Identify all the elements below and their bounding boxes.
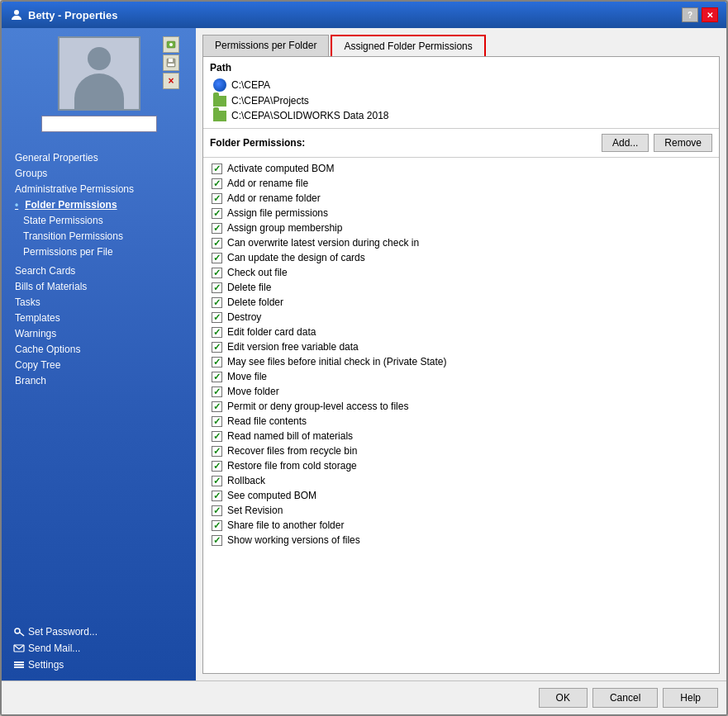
permission-label: Read file contents	[227, 415, 307, 427]
permission-item[interactable]: Activate computed BOM	[210, 161, 712, 176]
sidebar-item-copy-tree[interactable]: Copy Tree	[10, 358, 188, 372]
save-icon-button[interactable]	[163, 55, 179, 71]
sidebar-item-tasks[interactable]: Tasks	[10, 295, 188, 310]
permission-checkbox[interactable]	[212, 357, 222, 367]
sidebar-item-groups[interactable]: Groups	[10, 166, 188, 181]
permission-item[interactable]: Read named bill of materials	[210, 429, 712, 443]
help-button[interactable]: Help	[663, 688, 718, 708]
username-input[interactable]: Betty	[41, 116, 157, 132]
right-panel: Permissions per Folder Assigned Folder P…	[196, 28, 726, 680]
permission-checkbox[interactable]	[212, 342, 222, 353]
permission-checkbox[interactable]	[212, 327, 222, 338]
sidebar-item-warnings[interactable]: Warnings	[10, 326, 188, 341]
close-icon-button[interactable]: ×	[163, 73, 179, 89]
permission-checkbox[interactable]	[212, 178, 222, 189]
permission-item[interactable]: Assign group membership	[210, 220, 712, 235]
permission-item[interactable]: Can overwrite latest version during chec…	[210, 235, 712, 250]
sidebar-item-general-properties[interactable]: General Properties	[10, 150, 188, 165]
remove-button[interactable]: Remove	[654, 134, 712, 152]
permission-item[interactable]: Add or rename file	[210, 176, 712, 191]
permission-item[interactable]: Delete file	[210, 280, 712, 295]
add-button[interactable]: Add...	[602, 134, 649, 152]
folder-icon	[213, 111, 226, 121]
permission-item[interactable]: Read file contents	[210, 414, 712, 429]
permissions-list: Activate computed BOMAdd or rename fileA…	[203, 158, 719, 673]
title-bar-left: Betty - Properties	[10, 8, 117, 21]
path-item-root[interactable]: C:\CEPA	[210, 77, 712, 93]
permission-checkbox[interactable]	[212, 282, 222, 293]
permission-item[interactable]: Destroy	[210, 310, 712, 325]
permission-checkbox[interactable]	[212, 253, 222, 263]
tab-permissions-per-folder[interactable]: Permissions per Folder	[202, 35, 329, 56]
permission-item[interactable]: Share file to another folder	[210, 518, 712, 533]
permission-checkbox[interactable]	[212, 164, 222, 174]
set-password-button[interactable]: Set Password...	[10, 624, 188, 639]
permission-item[interactable]: Check out file	[210, 265, 712, 280]
sidebar-item-folder-permissions[interactable]: • Folder Permissions	[10, 197, 188, 212]
permission-checkbox[interactable]	[212, 476, 222, 486]
sidebar-item-cache-options[interactable]: Cache Options	[10, 342, 188, 357]
permission-item[interactable]: Delete folder	[210, 295, 712, 310]
permission-item[interactable]: Rollback	[210, 473, 712, 488]
permission-label: Share file to another folder	[227, 519, 344, 531]
permission-item[interactable]: Restore file from cold storage	[210, 458, 712, 473]
sidebar-item-bills-of-materials[interactable]: Bills of Materials	[10, 279, 188, 294]
permission-item[interactable]: Add or rename folder	[210, 191, 712, 206]
tabs: Permissions per Folder Assigned Folder P…	[202, 35, 720, 56]
permission-item[interactable]: Assign file permissions	[210, 206, 712, 220]
permission-checkbox[interactable]	[212, 491, 222, 501]
permission-checkbox[interactable]	[212, 193, 222, 204]
sidebar-item-permissions-per-file[interactable]: Permissions per File	[10, 244, 188, 259]
close-button[interactable]: ✕	[702, 7, 718, 22]
window-title: Betty - Properties	[28, 9, 117, 21]
main-content: × Betty General Properties Groups Admini…	[2, 28, 726, 680]
permission-item[interactable]: Move folder	[210, 384, 712, 399]
path-section: Path C:\CEPA C:\CEPA\Projects C:\CEPA\SO…	[203, 57, 719, 129]
permission-item[interactable]: May see files before initial check in (P…	[210, 354, 712, 369]
path-item-solidworks[interactable]: C:\CEPA\SOLIDWORKS Data 2018	[210, 108, 712, 123]
permission-item[interactable]: Recover files from recycle bin	[210, 443, 712, 458]
settings-button[interactable]: Settings	[10, 657, 188, 672]
permission-checkbox[interactable]	[212, 431, 222, 442]
permission-checkbox[interactable]	[212, 312, 222, 323]
permission-checkbox[interactable]	[212, 268, 222, 278]
permission-checkbox[interactable]	[212, 505, 222, 516]
send-mail-button[interactable]: Send Mail...	[10, 641, 188, 656]
main-window: Betty - Properties ? ✕	[0, 0, 728, 716]
permission-checkbox[interactable]	[212, 520, 222, 531]
sidebar-item-transition-permissions[interactable]: Transition Permissions	[10, 229, 188, 244]
permission-item[interactable]: Show working versions of files	[210, 533, 712, 548]
permission-checkbox[interactable]	[212, 401, 222, 412]
ok-button[interactable]: OK	[539, 688, 588, 708]
permission-item[interactable]: Permit or deny group-level access to fil…	[210, 399, 712, 414]
permission-checkbox[interactable]	[212, 223, 222, 234]
permission-checkbox[interactable]	[212, 208, 222, 219]
permission-item[interactable]: Edit version free variable data	[210, 339, 712, 354]
cancel-button[interactable]: Cancel	[592, 688, 658, 708]
permission-item[interactable]: Set Revision	[210, 503, 712, 518]
permission-label: Recover files from recycle bin	[227, 445, 357, 457]
permission-checkbox[interactable]	[212, 461, 222, 472]
tab-assigned-folder-permissions[interactable]: Assigned Folder Permissions	[331, 35, 485, 56]
help-title-button[interactable]: ?	[682, 7, 698, 22]
add-photo-button[interactable]	[163, 36, 179, 53]
sidebar-item-state-permissions[interactable]: State Permissions	[10, 213, 188, 228]
permission-checkbox[interactable]	[212, 372, 222, 382]
permission-item[interactable]: Edit folder card data	[210, 325, 712, 339]
permission-checkbox[interactable]	[212, 386, 222, 397]
permission-checkbox[interactable]	[212, 446, 222, 457]
permission-item[interactable]: See computed BOM	[210, 488, 712, 503]
permission-checkbox[interactable]	[212, 297, 222, 308]
permission-checkbox[interactable]	[212, 535, 222, 546]
sidebar-item-search-cards[interactable]: Search Cards	[10, 263, 188, 278]
sidebar-item-branch[interactable]: Branch	[10, 373, 188, 388]
permission-label: Delete folder	[227, 296, 283, 308]
permission-checkbox[interactable]	[212, 238, 222, 249]
permission-item[interactable]: Move file	[210, 369, 712, 384]
sidebar-item-templates[interactable]: Templates	[10, 311, 188, 325]
permission-item[interactable]: Can update the design of cards	[210, 250, 712, 265]
svg-rect-5	[168, 64, 174, 66]
permission-checkbox[interactable]	[212, 416, 222, 427]
path-item-projects[interactable]: C:\CEPA\Projects	[210, 93, 712, 108]
sidebar-item-administrative-permissions[interactable]: Administrative Permissions	[10, 182, 188, 197]
